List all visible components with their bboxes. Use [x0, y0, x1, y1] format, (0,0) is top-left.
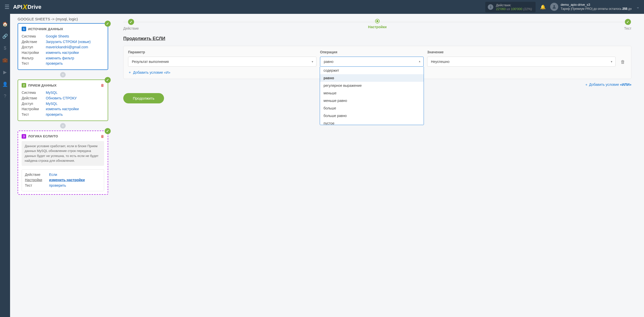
block-title: ИСТОЧНИК ДАННЫХ: [28, 27, 63, 31]
step-settings[interactable]: Настройки: [368, 19, 387, 29]
logo[interactable]: API X Drive: [13, 3, 41, 11]
operation-option[interactable]: больше: [320, 104, 424, 112]
trash-icon[interactable]: 🗑: [101, 83, 104, 87]
home-icon[interactable]: 🏠: [2, 21, 8, 27]
logic-info-text: Данное условие сработает, если в блоке П…: [22, 141, 104, 166]
source-test[interactable]: проверить: [46, 61, 63, 66]
dollar-icon[interactable]: $: [4, 46, 6, 51]
dest-system[interactable]: MySQL: [46, 90, 58, 96]
stepper: ✓ Действие Настройки ✓ Тест: [123, 19, 631, 31]
chevron-down-icon[interactable]: ⌄: [636, 5, 639, 9]
operation-option[interactable]: пустое: [320, 120, 424, 125]
select-operation[interactable]: равно ▾: [320, 57, 424, 67]
operation-dropdown: содержитравнорегулярное выражениеменьшем…: [320, 67, 424, 125]
block-number: 1: [22, 27, 26, 31]
info-icon: i: [488, 4, 493, 10]
source-system[interactable]: Google Sheets: [46, 34, 69, 39]
source-settings[interactable]: изменить настройки: [46, 50, 79, 56]
dest-action[interactable]: Обновить СТРОКУ: [46, 96, 77, 101]
sitemap-icon[interactable]: 🔗: [2, 33, 8, 39]
block-title: ПРИЕМ ДАННЫХ: [28, 84, 57, 87]
briefcase-icon[interactable]: 💼: [2, 57, 8, 63]
select-parameter[interactable]: Результат выполнения ▾: [128, 57, 316, 67]
actions-total: 100'000: [511, 7, 522, 11]
actions-pct: (22%): [523, 7, 532, 11]
logo-x: X: [23, 3, 27, 11]
check-icon: ✓: [105, 77, 111, 83]
check-icon: ✓: [105, 21, 111, 27]
select-value[interactable]: Неуспешно ▾: [427, 57, 616, 67]
logic-settings[interactable]: изменить настройки: [49, 177, 85, 183]
user-menu[interactable]: demo_apix-drive_s3 Тариф |Премиум PRO| д…: [550, 3, 632, 11]
delete-row-button[interactable]: 🗑: [619, 59, 627, 67]
app-header: ☰ API X Drive i Действия: 22'060 из 100'…: [0, 0, 644, 14]
dest-access[interactable]: MySQL: [46, 101, 58, 107]
trash-icon[interactable]: 🗑: [101, 134, 104, 138]
source-filter[interactable]: изменить фильтр: [46, 56, 74, 61]
actions-label: Действия:: [496, 3, 532, 7]
logo-post: Drive: [27, 4, 41, 10]
actions-used: 22'060: [496, 7, 506, 11]
add-block-button[interactable]: +: [60, 123, 66, 129]
source-access[interactable]: maverickandrii@gmail.com: [46, 45, 88, 50]
plus-icon: ＋: [128, 70, 132, 75]
actions-of: из: [507, 7, 510, 11]
help-icon[interactable]: ?: [4, 94, 6, 99]
dest-test[interactable]: проверить: [46, 112, 63, 117]
block-source: ✓ 1 ИСТОЧНИК ДАННЫХ СистемаGoogle Sheets…: [18, 23, 108, 70]
continue-button[interactable]: Продолжить: [123, 93, 164, 103]
operation-option[interactable]: больше равно: [320, 112, 424, 120]
avatar: [550, 3, 558, 11]
user-tariff: Тариф |Премиум PRO| до оплаты осталось 2…: [561, 7, 632, 11]
section-title: Продолжить ЕСЛИ: [123, 36, 631, 41]
operation-option[interactable]: регулярное выражение: [320, 82, 424, 89]
step-action[interactable]: ✓ Действие: [123, 19, 139, 30]
header-operation: Операция: [320, 50, 424, 54]
check-icon: ✓: [105, 128, 111, 134]
operation-option[interactable]: содержит: [320, 67, 424, 74]
block-logic: ✓ 3 ЛОГИКА ЕСЛИ/ТО 🗑 Данное условие сраб…: [18, 131, 108, 195]
header-value: Значение: [427, 50, 616, 54]
block-title: ЛОГИКА ЕСЛИ/ТО: [28, 134, 58, 138]
breadcrumb: GOOGLE SHEETS -> (mysql, logic): [18, 16, 108, 23]
operation-option[interactable]: меньше: [320, 89, 424, 97]
block-number: 3: [22, 134, 26, 139]
actions-counter[interactable]: i Действия: 22'060 из 100'000 (22%): [485, 2, 535, 12]
dest-settings[interactable]: изменить настройки: [46, 106, 79, 112]
main-panel: ✓ Действие Настройки ✓ Тест Продолжить Е…: [116, 14, 644, 317]
chevron-down-icon: ▾: [611, 60, 612, 63]
svg-point-0: [553, 5, 555, 7]
logo-pre: API: [13, 4, 22, 10]
video-icon[interactable]: ▶: [3, 69, 7, 75]
chevron-down-icon: ▾: [312, 60, 313, 63]
add-block-button[interactable]: +: [60, 72, 66, 77]
source-action[interactable]: Загрузить СТРОКИ (новые): [46, 39, 91, 45]
left-nav: 🏠 🔗 $ 💼 ▶ 👤 ?: [0, 14, 10, 317]
operation-option[interactable]: меньше равно: [320, 97, 424, 104]
sidebar: GOOGLE SHEETS -> (mysql, logic) ✓ 1 ИСТО…: [10, 14, 116, 317]
menu-burger-icon[interactable]: ☰: [5, 4, 10, 10]
block-destination: ✓ 2 ПРИЕМ ДАННЫХ 🗑 СистемаMySQL Действие…: [18, 80, 108, 121]
user-name: demo_apix-drive_s3: [561, 3, 632, 7]
operation-option[interactable]: равно: [320, 74, 424, 82]
header-parameter: Параметр: [128, 50, 316, 54]
filter-box: Параметр Результат выполнения ▾ Операция…: [123, 46, 631, 79]
logic-test[interactable]: проверить: [49, 183, 66, 188]
bell-icon[interactable]: 🔔: [540, 4, 546, 10]
user-icon[interactable]: 👤: [2, 82, 8, 87]
step-test[interactable]: ✓ Тест: [624, 19, 631, 30]
block-number: 2: [22, 83, 26, 88]
logic-action[interactable]: Если: [49, 172, 57, 178]
chevron-up-icon: ▾: [419, 60, 420, 63]
